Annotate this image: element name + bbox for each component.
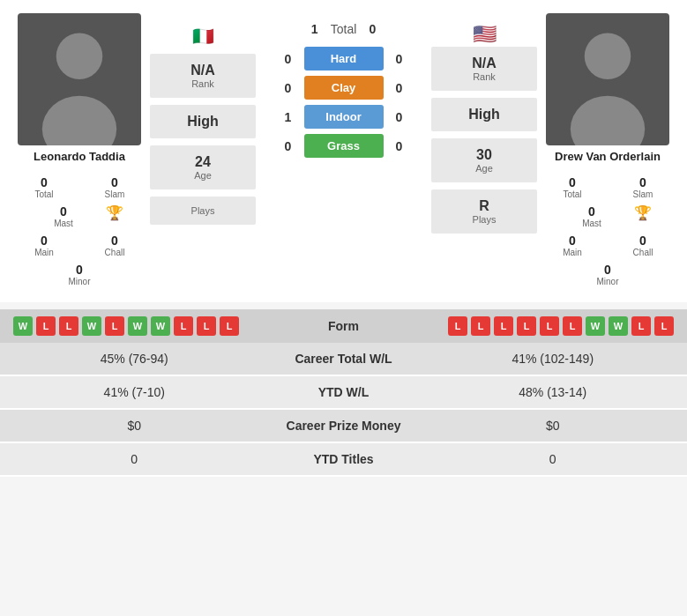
left-total-stat: 0 Total — [9, 173, 79, 202]
stats-label-3: YTD Titles — [256, 452, 432, 466]
form-right-badge-2: L — [494, 316, 513, 336]
right-rank-box: N/A Rank — [431, 47, 537, 91]
right-peak-box: High — [431, 98, 537, 131]
right-chall-stat: 0 Chall — [608, 231, 678, 260]
form-left-badge-4: L — [105, 316, 124, 336]
scores-section: 1 Total 0 0 Hard 0 0 Clay 0 1 Indoor 0 0 — [256, 13, 431, 289]
form-right-badge-3: L — [517, 316, 536, 336]
right-slam-stat: 0 Slam — [608, 173, 678, 202]
svg-point-1 — [56, 33, 103, 80]
right-mast-stat: 0 Mast — [556, 202, 627, 231]
form-right-badge-5: L — [563, 316, 582, 336]
form-left-badge-7: L — [174, 316, 193, 336]
left-middle-info: 🇮🇹 N/A Rank High 24 Age Plays — [150, 13, 256, 289]
form-section: WLLWLWWLLL Form LLLLLLWWLL — [0, 309, 687, 343]
right-minor-stat: 0 Minor — [572, 260, 643, 289]
form-right-badge-1: L — [471, 316, 490, 336]
right-player-avatar — [546, 13, 669, 145]
form-left: WLLWLWWLLL — [13, 316, 273, 336]
stats-label-0: Career Total W/L — [256, 352, 432, 366]
form-left-badge-5: W — [128, 316, 147, 336]
stats-right-3: 0 — [432, 452, 675, 466]
stats-right-2: $0 — [432, 419, 675, 433]
stats-left-3: 0 — [13, 452, 256, 466]
hard-surface-btn[interactable]: Hard — [304, 47, 384, 71]
left-minor-stat: 0 Minor — [44, 260, 115, 289]
stats-left-0: 45% (76-94) — [13, 352, 256, 366]
form-left-badge-0: W — [13, 316, 33, 336]
right-player-name: Drew Van Orderlain — [555, 150, 661, 163]
left-player-avatar — [18, 13, 141, 145]
stats-left-1: 41% (7-10) — [13, 385, 256, 399]
indoor-surface-btn[interactable]: Indoor — [304, 105, 384, 129]
left-rank-box: N/A Rank — [150, 54, 256, 98]
right-plays-box: R Plays — [431, 189, 537, 234]
right-trophy-icon: 🏆 — [627, 202, 659, 231]
form-left-badge-6: W — [151, 316, 170, 336]
stats-right-0: 41% (102-149) — [432, 352, 675, 366]
form-right-badge-0: L — [448, 316, 467, 336]
form-right-badge-4: L — [540, 316, 559, 336]
stats-table: 45% (76-94)Career Total W/L41% (102-149)… — [0, 343, 687, 477]
left-age-box: 24 Age — [150, 145, 256, 189]
total-row: 1 Total 0 — [306, 22, 382, 36]
form-right-badge-9: L — [654, 316, 674, 336]
left-slam-stat: 0 Slam — [79, 173, 150, 202]
form-left-badge-9: L — [220, 316, 239, 336]
form-left-badge-2: L — [59, 316, 78, 336]
form-right-badge-6: W — [586, 316, 605, 336]
left-chall-stat: 0 Chall — [79, 231, 150, 260]
stats-left-2: $0 — [13, 419, 256, 433]
grass-surface-btn[interactable]: Grass — [304, 134, 384, 158]
hard-score-row: 0 Hard 0 — [256, 47, 431, 71]
form-left-badge-1: L — [36, 316, 56, 336]
form-left-badge-8: L — [197, 316, 216, 336]
stats-row-1: 41% (7-10)YTD W/L48% (13-14) — [0, 376, 687, 410]
form-label: Form — [273, 319, 414, 333]
left-plays-box: Plays — [150, 197, 256, 225]
stats-label-1: YTD W/L — [256, 385, 432, 399]
left-player-stats: 0 Total 0 Slam 0 Mast 🏆 0 Main — [9, 173, 150, 289]
right-main-stat: 0 Main — [537, 231, 608, 260]
left-player-name: Leonardo Taddia — [34, 150, 125, 163]
right-flag: 🇺🇸 — [473, 23, 497, 46]
right-total-stat: 0 Total — [537, 173, 608, 202]
form-right-badge-7: W — [609, 316, 628, 336]
main-container: Leonardo Taddia 0 Total 0 Slam 0 Mast 🏆 — [0, 0, 687, 477]
grass-score-row: 0 Grass 0 — [256, 134, 431, 158]
clay-score-row: 0 Clay 0 — [256, 76, 431, 100]
right-middle-info: 🇺🇸 N/A Rank High 30 Age R Plays — [431, 13, 537, 289]
left-player-section: Leonardo Taddia 0 Total 0 Slam 0 Mast 🏆 — [9, 13, 150, 289]
left-trophy-icon: 🏆 — [99, 202, 131, 231]
left-peak-box: High — [150, 105, 256, 138]
right-age-box: 30 Age — [431, 138, 537, 182]
clay-surface-btn[interactable]: Clay — [304, 76, 384, 100]
right-player-stats: 0 Total 0 Slam 0 Mast 🏆 0 Main — [537, 173, 678, 289]
stats-label-2: Career Prize Money — [256, 419, 432, 433]
players-section: Leonardo Taddia 0 Total 0 Slam 0 Mast 🏆 — [0, 0, 687, 302]
right-player-section: Drew Van Orderlain 0 Total 0 Slam 0 Mast… — [537, 13, 678, 289]
form-right: LLLLLLWWLL — [414, 316, 675, 336]
form-right-badge-8: L — [631, 316, 651, 336]
left-flag: 🇮🇹 — [192, 26, 214, 47]
svg-point-4 — [585, 33, 631, 80]
indoor-score-row: 1 Indoor 0 — [256, 105, 431, 129]
left-mast-stat: 0 Mast — [28, 202, 99, 231]
stats-row-2: $0Career Prize Money$0 — [0, 410, 687, 443]
stats-row-0: 45% (76-94)Career Total W/L41% (102-149) — [0, 343, 687, 376]
form-left-badge-3: W — [82, 316, 101, 336]
left-main-stat: 0 Main — [9, 231, 79, 260]
stats-row-3: 0YTD Titles0 — [0, 443, 687, 477]
stats-right-1: 48% (13-14) — [432, 385, 675, 399]
